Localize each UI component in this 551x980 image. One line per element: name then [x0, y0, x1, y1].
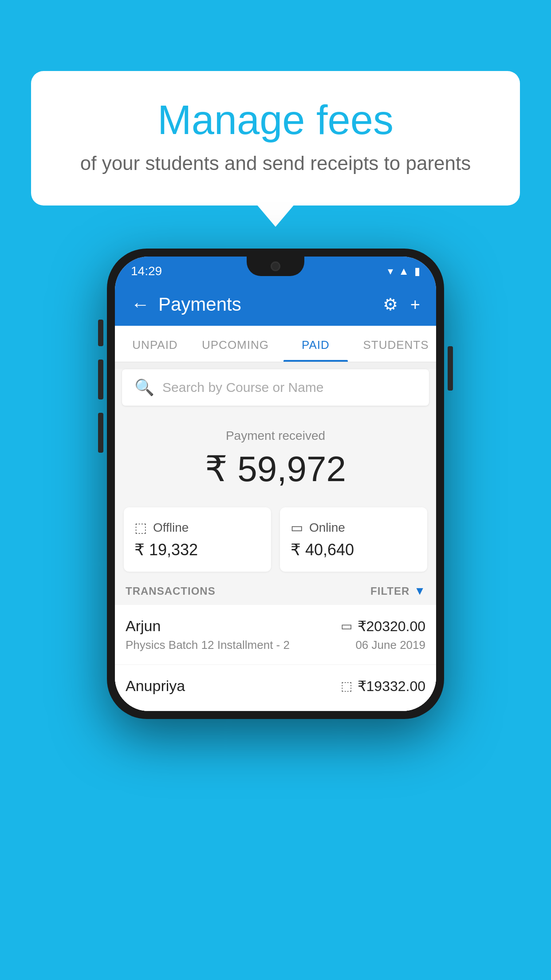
add-icon[interactable]: +	[410, 295, 420, 314]
transaction-name: Anupriya	[126, 677, 185, 695]
transaction-amount-row: ▭ ₹20320.00	[341, 618, 425, 635]
online-icon: ▭	[291, 520, 303, 535]
offline-payment-icon: ⬚	[341, 679, 352, 693]
header-right: ⚙ +	[383, 295, 420, 314]
signal-icon: ▲	[398, 265, 409, 277]
search-input[interactable]: Search by Course or Name	[162, 380, 324, 395]
offline-card: ⬚ Offline ₹ 19,332	[124, 507, 271, 572]
offline-amount: ₹ 19,332	[134, 541, 260, 559]
payment-cards: ⬚ Offline ₹ 19,332 ▭ Online ₹ 40,640	[124, 507, 427, 572]
transaction-amount: ₹19332.00	[358, 678, 425, 695]
transaction-amount: ₹20320.00	[358, 618, 425, 635]
online-card: ▭ Online ₹ 40,640	[280, 507, 427, 572]
header-left: ← Payments	[131, 294, 241, 315]
transaction-detail: Physics Batch 12 Installment - 2	[126, 638, 290, 652]
page-title: Payments	[158, 294, 241, 315]
filter-label: FILTER	[370, 585, 409, 597]
phone-screen: 14:29 ▾ ▲ ▮ ← Payments ⚙ +	[115, 257, 436, 711]
volume-down-button	[98, 413, 103, 453]
filter-container[interactable]: FILTER ▼	[370, 584, 425, 598]
settings-icon[interactable]: ⚙	[383, 295, 398, 314]
battery-icon: ▮	[414, 265, 420, 277]
payment-received-section: Payment received ₹ 59,972	[115, 413, 436, 498]
content-area: 🔍 Search by Course or Name Payment recei…	[115, 369, 436, 711]
search-bar[interactable]: 🔍 Search by Course or Name	[122, 369, 429, 406]
online-amount: ₹ 40,640	[291, 541, 417, 559]
tabs: UNPAID UPCOMING PAID STUDENTS	[115, 326, 436, 362]
payment-received-label: Payment received	[115, 429, 436, 443]
silent-button	[98, 320, 103, 346]
speech-bubble: Manage fees of your students and send re…	[31, 71, 520, 205]
phone-mockup: 14:29 ▾ ▲ ▮ ← Payments ⚙ +	[107, 249, 444, 719]
front-camera	[271, 261, 280, 271]
transactions-label: TRANSACTIONS	[126, 585, 216, 597]
volume-up-button	[98, 360, 103, 399]
tab-unpaid[interactable]: UNPAID	[115, 326, 195, 362]
app-header: ← Payments ⚙ +	[115, 283, 436, 326]
transactions-header: TRANSACTIONS FILTER ▼	[115, 572, 436, 605]
online-label: Online	[309, 521, 345, 535]
online-card-header: ▭ Online	[291, 520, 417, 535]
back-button[interactable]: ←	[131, 295, 150, 314]
transaction-date: 06 June 2019	[355, 638, 425, 652]
transaction-bottom: Physics Batch 12 Installment - 2 06 June…	[126, 638, 425, 652]
phone-outer: 14:29 ▾ ▲ ▮ ← Payments ⚙ +	[107, 249, 444, 719]
tab-students[interactable]: STUDENTS	[356, 326, 436, 362]
table-row[interactable]: Arjun ▭ ₹20320.00 Physics Batch 12 Insta…	[115, 605, 436, 665]
power-button	[448, 346, 453, 391]
status-icons: ▾ ▲ ▮	[388, 265, 420, 277]
status-time: 14:29	[131, 264, 162, 278]
table-row[interactable]: Anupriya ⬚ ₹19332.00	[115, 665, 436, 711]
offline-card-header: ⬚ Offline	[134, 520, 260, 535]
transaction-top: Arjun ▭ ₹20320.00	[126, 617, 425, 635]
wifi-icon: ▾	[388, 265, 393, 277]
offline-icon: ⬚	[134, 520, 147, 535]
bubble-subtitle: of your students and send receipts to pa…	[67, 152, 484, 174]
phone-notch	[247, 257, 304, 276]
bubble-title: Manage fees	[67, 98, 484, 142]
transaction-top: Anupriya ⬚ ₹19332.00	[126, 677, 425, 695]
tab-paid[interactable]: PAID	[276, 326, 356, 362]
tab-upcoming[interactable]: UPCOMING	[195, 326, 276, 362]
offline-label: Offline	[153, 521, 189, 535]
transaction-name: Arjun	[126, 617, 161, 635]
search-icon: 🔍	[134, 378, 154, 397]
payment-amount: ₹ 59,972	[115, 448, 436, 490]
transactions-list: Arjun ▭ ₹20320.00 Physics Batch 12 Insta…	[115, 605, 436, 711]
transaction-amount-row: ⬚ ₹19332.00	[341, 678, 425, 695]
card-payment-icon: ▭	[341, 619, 352, 633]
filter-icon: ▼	[414, 584, 425, 598]
